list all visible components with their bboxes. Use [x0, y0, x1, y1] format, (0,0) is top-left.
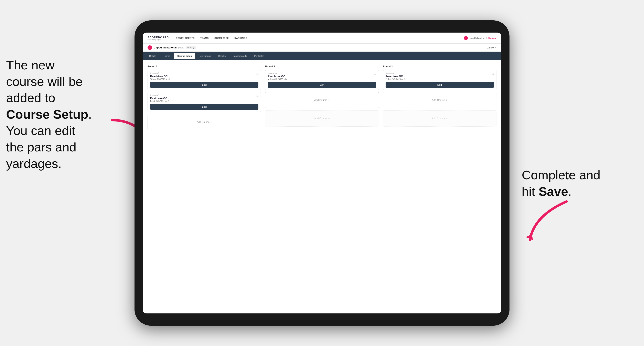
course-badge-r3a: (Course A): [386, 72, 494, 74]
round-1-column: Round 1 □ (Course A) Peachtree GC Yellow…: [148, 65, 261, 132]
course-badge-r1b: (Course B): [150, 94, 258, 96]
sign-out-link[interactable]: Sign out: [488, 37, 496, 39]
add-course-r3-disabled: Add Course +: [383, 110, 496, 127]
tab-details[interactable]: Details: [146, 53, 159, 59]
hosting-badge: Hosting: [186, 46, 196, 49]
logo-subtitle: Powered by clippd: [148, 39, 169, 40]
nav-committee[interactable]: COMMITTEE: [214, 37, 229, 39]
course-card-r1a: □ (Course A) Peachtree GC Yellow (M) (66…: [148, 70, 261, 90]
rounds-grid: Round 1 □ (Course A) Peachtree GC Yellow…: [148, 65, 496, 132]
nav-separator: |: [486, 37, 487, 39]
course-name-r3a: Peachtree GC: [386, 75, 494, 78]
tab-course-setup[interactable]: Course Setup: [174, 53, 195, 59]
logo-title: SCOREBOARD: [148, 36, 169, 39]
scoreboard-logo: SCOREBOARD Powered by clippd: [148, 36, 169, 40]
course-tee-r3a: Yellow (M) (6629 yds): [386, 78, 494, 80]
add-course-r2-disabled: Add Course +: [265, 110, 379, 127]
cancel-button[interactable]: Cancel ×: [487, 46, 496, 49]
tournament-gender: (Men): [178, 46, 184, 49]
tournament-name: Clippd Invitational: [154, 46, 177, 49]
nav-rankings[interactable]: RANKINGS: [234, 37, 247, 39]
course-tee-r1a: Yellow (M) (6629 yds): [150, 78, 258, 80]
annotation-right: Complete and hit Save.: [522, 167, 628, 200]
course-name-r1a: Peachtree GC: [150, 75, 258, 78]
tab-bar: Details Teams Course Setup Tee Groups Re…: [143, 52, 501, 60]
delete-r1a-icon[interactable]: □: [256, 72, 259, 75]
tab-leaderboards[interactable]: Leaderboards: [230, 53, 250, 59]
course-tee-r1b: Black (M) (6891 yds): [150, 100, 258, 102]
edit-r1a-button[interactable]: Edit: [150, 82, 258, 88]
nav-right: blair@clippd.io | Sign out: [464, 36, 496, 40]
course-tee-r2a: Yellow (M) (6629 yds): [268, 78, 376, 80]
edit-r2a-button[interactable]: Edit: [268, 82, 376, 88]
tablet-device: SCOREBOARD Powered by clippd TOURNAMENTS…: [134, 20, 510, 326]
course-badge-r1a: (Course A): [150, 72, 258, 74]
tournament-info: C Clippd Invitational (Men) Hosting: [148, 45, 196, 50]
user-email: blair@clippd.io: [470, 37, 484, 39]
tab-results[interactable]: Results: [215, 53, 229, 59]
clippd-logo: C: [148, 45, 152, 50]
round-3-column: Round 3 □ (Course A) Peachtree GC Yellow…: [383, 65, 496, 132]
add-course-r3-button[interactable]: Add Course +: [383, 92, 496, 108]
delete-r3a-icon[interactable]: □: [491, 72, 494, 75]
tournament-bar: C Clippd Invitational (Men) Hosting Canc…: [143, 43, 501, 52]
round-2-column: Round 2 □ (Course A) Peachtree GC Yellow…: [265, 65, 379, 132]
course-card-r1b: □ (Course B) East Lake GC Black (M) (689…: [148, 92, 261, 112]
avatar: [464, 36, 468, 40]
nav-left: SCOREBOARD Powered by clippd TOURNAMENTS…: [148, 36, 247, 40]
main-content: Round 1 □ (Course A) Peachtree GC Yellow…: [143, 60, 501, 314]
top-nav: SCOREBOARD Powered by clippd TOURNAMENTS…: [143, 32, 501, 43]
edit-r1b-button[interactable]: Edit: [150, 104, 258, 110]
tab-teams[interactable]: Teams: [160, 53, 173, 59]
arrow-right-icon: [514, 199, 571, 244]
tab-printables[interactable]: Printables: [251, 53, 268, 59]
round-3-label: Round 3: [383, 65, 496, 68]
add-course-r2-button[interactable]: Add Course +: [265, 92, 379, 108]
add-course-r1-button[interactable]: Add Course +: [148, 114, 261, 130]
nav-tournaments[interactable]: TOURNAMENTS: [176, 37, 195, 39]
round-1-label: Round 1: [148, 65, 261, 68]
nav-teams[interactable]: TEAMS: [200, 37, 209, 39]
tab-tee-groups[interactable]: Tee Groups: [196, 53, 214, 59]
course-badge-r2a: (Course A): [268, 72, 376, 74]
course-name-r2a: Peachtree GC: [268, 75, 376, 78]
delete-r1b-icon[interactable]: □: [256, 94, 259, 98]
tablet-screen: SCOREBOARD Powered by clippd TOURNAMENTS…: [143, 32, 501, 314]
course-card-r3a: □ (Course A) Peachtree GC Yellow (M) (66…: [383, 70, 496, 90]
round-2-label: Round 2: [265, 65, 379, 68]
course-name-r1b: East Lake GC: [150, 97, 258, 100]
course-card-r2a: □ (Course A) Peachtree GC Yellow (M) (66…: [265, 70, 379, 90]
edit-r3a-button[interactable]: Edit: [386, 82, 494, 88]
delete-r2a-icon[interactable]: □: [373, 72, 377, 75]
